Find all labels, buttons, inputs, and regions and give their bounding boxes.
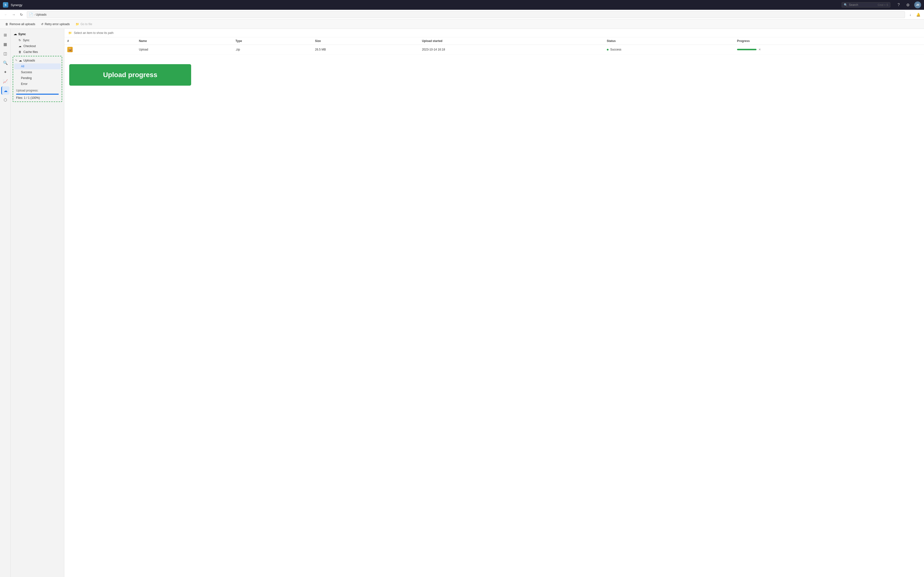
app-title: Synergy	[11, 3, 22, 7]
search-icon: 🔍	[844, 3, 847, 6]
go-to-file-label: Go to file	[80, 23, 92, 26]
retry-error-uploads-button[interactable]: ↺ Retry error uploads	[39, 21, 72, 27]
sidebar-cache-label: Cache files	[23, 50, 38, 54]
sidebar-item-checkout[interactable]: ☁ Checkout	[12, 43, 63, 49]
col-header-progress: Progress	[734, 37, 924, 45]
main-layout: ⊞ ▦ ◫ 🔍 ✦ 📈 ☁ ⬡ ☁ Sync ↻ Sync ☁ Checkout…	[0, 29, 924, 577]
help-icon-btn[interactable]: ?	[896, 2, 902, 8]
upload-progress-label: Upload progress:	[16, 89, 59, 92]
titlebar-right: ? ⚙ JR	[896, 2, 921, 8]
content-path-header: 📁 Select an item to show its path	[64, 29, 924, 37]
status-text: Success	[610, 48, 621, 51]
remove-all-label: Remove all uploads	[10, 23, 35, 26]
col-header-type: Type	[233, 37, 312, 45]
table-row[interactable]: 📦 Upload .zip 26.5 MB 2023-10-14 16:18 S…	[64, 45, 924, 55]
left-icon-nav: ⊞ ▦ ◫ 🔍 ✦ 📈 ☁ ⬡	[0, 29, 11, 577]
back-button[interactable]: ←	[2, 11, 9, 18]
sidebar-sub-all[interactable]: All	[14, 63, 61, 69]
upload-progress-banner: Upload progress	[69, 64, 191, 85]
trash-icon: 🗑	[5, 23, 8, 26]
row-progress: ✕	[734, 45, 924, 55]
sidebar-uploads-header[interactable]: ✎ ☁ Uploads	[13, 57, 62, 63]
progress-bar-bg	[737, 49, 757, 50]
go-to-file-button[interactable]: 📁 Go to file	[73, 21, 95, 27]
sidebar-sub-pending[interactable]: Pending	[14, 75, 61, 81]
uploads-table: # Name Type Size Upload started Status P…	[64, 37, 924, 55]
col-header-upload-started: Upload started	[419, 37, 604, 45]
nav-icon-search[interactable]: 🔍	[1, 58, 10, 67]
checkout-icon: ☁	[19, 44, 21, 48]
sub-pending-label: Pending	[21, 76, 32, 80]
nav-icon-database[interactable]: ⬡	[1, 96, 10, 104]
sidebar-sub-error[interactable]: Error	[14, 81, 61, 87]
notification-icon-btn[interactable]: 🔔	[915, 11, 922, 18]
uploads-table-container: # Name Type Size Upload started Status P…	[64, 37, 924, 57]
nav-icon-layers[interactable]: ◫	[1, 49, 10, 58]
col-header-status: Status	[604, 37, 734, 45]
sidebar-sync-label: Sync	[23, 39, 29, 42]
forward-button[interactable]: →	[10, 11, 17, 18]
breadcrumb-page-icon: 📄	[29, 13, 33, 16]
status-dot-success	[607, 49, 609, 50]
remove-all-uploads-button[interactable]: 🗑 Remove all uploads	[3, 21, 37, 27]
nav-icon-home[interactable]: ⊞	[1, 31, 10, 39]
col-header-size: Size	[312, 37, 419, 45]
sidebar-uploads-label: Uploads	[23, 58, 35, 62]
sync-section-icon: ☁	[14, 32, 17, 36]
breadcrumb: 📄 › Uploads	[27, 11, 905, 18]
breadcrumb-separator: ›	[34, 13, 35, 16]
settings-icon-btn[interactable]: ⚙	[905, 2, 911, 8]
upload-progress-bar-container	[16, 94, 59, 95]
refresh-button[interactable]: ↻	[18, 11, 25, 18]
upload-progress-section: Upload progress: Files: 1 / 1 (100%)	[13, 87, 62, 100]
sub-error-label: Error	[21, 82, 27, 85]
col-header-num: #	[64, 37, 136, 45]
uploads-header-icon: ✎	[15, 59, 17, 62]
download-icon-btn[interactable]: ↓	[907, 11, 914, 18]
sub-all-label: All	[21, 64, 24, 68]
progress-bar-cell: ✕	[737, 48, 921, 51]
uploads-dashed-box: ✎ ☁ Uploads All Success Pending Error Up…	[13, 56, 62, 102]
row-name: Upload	[136, 45, 233, 55]
titlebar: S Synergy 🔍 Search Cmd + S ? ⚙ JR	[0, 0, 924, 10]
row-type: .zip	[233, 45, 312, 55]
row-upload-started: 2023-10-14 16:18	[419, 45, 604, 55]
upload-files-count: Files: 1 / 1 (100%)	[16, 96, 59, 100]
toolbar: 🗑 Remove all uploads ↺ Retry error uploa…	[0, 19, 924, 29]
avatar[interactable]: JR	[914, 2, 921, 8]
sync-icon: ↻	[19, 39, 21, 42]
retry-icon: ↺	[41, 23, 43, 26]
navbar: ← → ↻ 📄 › Uploads ↓ 🔔	[0, 10, 924, 19]
upload-progress-banner-text: Upload progress	[103, 71, 157, 79]
search-placeholder: Search	[849, 3, 858, 6]
sidebar-item-cache-files[interactable]: 🗑 Cache files	[12, 49, 63, 55]
sidebar: ☁ Sync ↻ Sync ☁ Checkout 🗑 Cache files ✎…	[11, 29, 64, 577]
row-size: 26.5 MB	[312, 45, 419, 55]
main-content: 📁 Select an item to show its path # Name…	[64, 29, 924, 577]
row-status: Success	[604, 45, 734, 55]
progress-close-btn[interactable]: ✕	[758, 48, 761, 51]
sidebar-checkout-label: Checkout	[23, 44, 36, 48]
search-shortcut: Cmd + S	[878, 3, 888, 6]
nav-icon-grid[interactable]: ▦	[1, 40, 10, 48]
sidebar-item-sync[interactable]: ↻ Sync	[12, 37, 63, 43]
retry-label: Retry error uploads	[45, 23, 70, 26]
file-icon: 📦	[67, 47, 73, 52]
uploads-header-icon2: ☁	[19, 58, 22, 62]
col-header-name: Name	[136, 37, 233, 45]
table-header-row: # Name Type Size Upload started Status P…	[64, 37, 924, 45]
row-num: 📦	[64, 45, 136, 55]
nav-icon-analytics[interactable]: 📈	[1, 77, 10, 85]
app-logo: S	[3, 2, 8, 8]
path-placeholder-text: Select an item to show its path	[74, 31, 114, 35]
cache-icon: 🗑	[19, 50, 21, 54]
sidebar-sub-success[interactable]: Success	[14, 69, 61, 75]
nav-icon-puzzle[interactable]: ✦	[1, 68, 10, 76]
nav-icon-cloud[interactable]: ☁	[1, 86, 10, 95]
path-folder-icon: 📁	[68, 31, 72, 35]
folder-icon: 📁	[76, 23, 79, 26]
sub-success-label: Success	[21, 71, 32, 74]
search-bar[interactable]: 🔍 Search Cmd + S	[842, 2, 890, 8]
upload-progress-bar-fill	[16, 94, 59, 95]
sidebar-section-label: Sync	[18, 32, 26, 36]
